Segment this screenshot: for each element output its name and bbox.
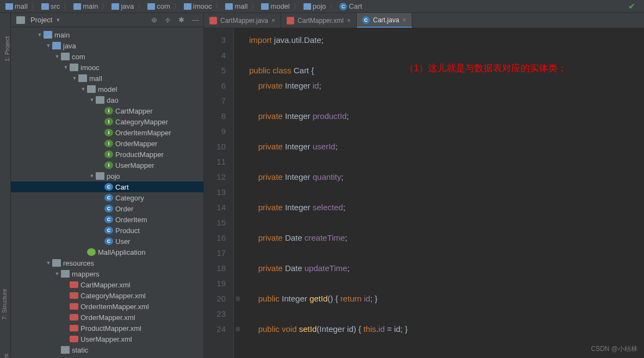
tree-row-static[interactable]: static <box>11 344 203 355</box>
tree-arrow-icon[interactable]: ▼ <box>46 260 51 266</box>
close-icon[interactable]: × <box>271 17 275 24</box>
tree-row-product[interactable]: CProduct <box>11 225 203 236</box>
code-line[interactable] <box>249 306 644 322</box>
tree-arrow-icon[interactable]: ▼ <box>54 54 60 59</box>
code-line[interactable]: private Integer quantity; <box>249 169 644 185</box>
tree-row-user[interactable]: CUser <box>11 236 203 247</box>
tree-row-main[interactable]: ▼main <box>11 29 203 40</box>
fold-handle[interactable] <box>234 48 242 63</box>
tree-row-model[interactable]: ▼model <box>11 84 203 95</box>
line-number[interactable]: 8 <box>204 109 226 124</box>
breadcrumb-item[interactable]: java <box>109 2 136 10</box>
fold-handle[interactable] <box>234 154 242 169</box>
tree-row-pojo[interactable]: ▼pojo <box>11 171 203 181</box>
tree-arrow-icon[interactable]: ▼ <box>46 43 51 48</box>
fold-handle[interactable] <box>234 124 242 139</box>
tree-arrow-icon[interactable]: ▼ <box>89 173 95 179</box>
breadcrumb-item[interactable]: mall <box>223 2 250 10</box>
breadcrumb-item[interactable]: pojo <box>301 2 329 10</box>
fold-handle[interactable] <box>234 230 242 246</box>
tree-row-ordermapper.xml[interactable]: OrderMapper.xml <box>11 312 203 323</box>
line-number[interactable]: 19 <box>204 276 226 291</box>
close-icon[interactable]: × <box>403 16 406 24</box>
code-line[interactable]: private Integer selected; <box>249 200 644 215</box>
tree-row-orderitemmapper.xml[interactable]: OrderItemMapper.xml <box>11 301 203 312</box>
tree-row-com[interactable]: ▼com <box>11 51 203 62</box>
build-status-icon[interactable]: ✔ <box>628 1 635 11</box>
line-gutter[interactable]: 345678910111213141516171819202324 <box>204 28 234 358</box>
tree-arrow-icon[interactable]: ▼ <box>37 32 42 37</box>
structure-tool-button[interactable]: 7: Structure <box>1 289 8 320</box>
line-number[interactable]: 5 <box>204 63 226 78</box>
line-number[interactable]: 11 <box>204 154 226 169</box>
tree-row-resources[interactable]: ▼resources <box>11 257 203 268</box>
tree-row-cartmapper.xml[interactable]: CartMapper.xml <box>11 279 203 290</box>
code-line[interactable] <box>249 215 644 230</box>
hide-icon[interactable]: — <box>192 16 199 24</box>
line-number[interactable]: 24 <box>204 322 226 337</box>
line-number[interactable]: 13 <box>204 185 226 200</box>
line-number[interactable]: 23 <box>204 306 226 322</box>
fold-handle[interactable] <box>234 63 242 78</box>
tree-arrow-icon[interactable]: ▼ <box>81 86 86 92</box>
line-number[interactable]: 3 <box>204 33 226 48</box>
fold-handle[interactable] <box>234 93 242 109</box>
tab-CartMapper.java[interactable]: CartMapper.java× <box>204 13 281 28</box>
fold-handle[interactable] <box>234 78 242 93</box>
code-line[interactable]: private Integer id; <box>249 78 644 93</box>
tree-arrow-icon[interactable]: ▼ <box>89 97 95 103</box>
line-number[interactable]: 14 <box>204 200 226 215</box>
code-line[interactable]: public void setId(Integer id) { this.id … <box>249 322 644 337</box>
tree-arrow-icon[interactable]: ▼ <box>54 271 60 277</box>
line-number[interactable]: 10 <box>204 139 226 154</box>
code-line[interactable]: private Date updateTime; <box>249 261 644 276</box>
line-number[interactable]: 9 <box>204 124 226 139</box>
fold-handle[interactable] <box>234 261 242 276</box>
fold-handle[interactable]: ⊞ <box>234 322 242 337</box>
code-line[interactable] <box>249 185 644 200</box>
breadcrumb-item[interactable]: mall <box>3 2 30 10</box>
tree-row-mallapplication[interactable]: MallApplication <box>11 247 203 257</box>
code-line[interactable]: public Integer getId() { return id; } <box>249 291 644 306</box>
panel-dropdown-icon[interactable]: ▼ <box>55 17 60 23</box>
tree-row-cart[interactable]: CCart <box>11 181 203 192</box>
line-number[interactable]: 18 <box>204 261 226 276</box>
tree-row-mall[interactable]: ▼mall <box>11 73 203 84</box>
code-line[interactable] <box>249 124 644 139</box>
code-line[interactable]: private Integer productId; <box>249 109 644 124</box>
tree-row-order[interactable]: COrder <box>11 203 203 214</box>
code-line[interactable] <box>249 154 644 169</box>
tree-row-ordermapper[interactable]: IOrderMapper <box>11 138 203 149</box>
code-line[interactable] <box>249 93 644 109</box>
tree-arrow-icon[interactable]: ▼ <box>63 65 69 70</box>
project-tool-button[interactable]: 1: Project <box>4 36 10 61</box>
fold-handle[interactable] <box>234 185 242 200</box>
close-icon[interactable]: × <box>347 17 351 24</box>
tree-row-category[interactable]: CCategory <box>11 192 203 203</box>
tree-row-orderitem[interactable]: COrderItem <box>11 214 203 225</box>
breadcrumb-item[interactable]: src <box>39 2 62 10</box>
tree-row-orderitemmapper[interactable]: IOrderItemMapper <box>11 127 203 138</box>
code-line[interactable]: private Date createTime; <box>249 230 644 246</box>
code-editor[interactable]: （1）这儿就是与数据表对应的实体类； import java.util.Date… <box>242 28 644 358</box>
line-number[interactable]: 17 <box>204 246 226 261</box>
tree-row-mappers[interactable]: ▼mappers <box>11 268 203 279</box>
fold-handle[interactable]: ⊞ <box>234 291 242 306</box>
tree-row-java[interactable]: ▼java <box>11 40 203 51</box>
tab-Cart.java[interactable]: CCart.java× <box>357 13 412 28</box>
fold-handle[interactable] <box>234 169 242 185</box>
line-number[interactable]: 6 <box>204 78 226 93</box>
breadcrumb-item[interactable]: com <box>145 2 172 10</box>
favorites-tool-button[interactable]: avorites <box>3 354 9 358</box>
tree-arrow-icon[interactable]: ▼ <box>72 76 77 81</box>
line-number[interactable]: 16 <box>204 230 226 246</box>
fold-handle[interactable] <box>234 200 242 215</box>
breadcrumb-item[interactable]: model <box>259 2 292 10</box>
line-number[interactable]: 12 <box>204 169 226 185</box>
tree-row-usermapper.xml[interactable]: UserMapper.xml <box>11 334 203 344</box>
expand-icon[interactable]: ≑ <box>165 16 171 24</box>
fold-handle[interactable] <box>234 33 242 48</box>
tab-CartMapper.xml[interactable]: CartMapper.xml× <box>281 13 357 28</box>
code-line[interactable]: private Integer userId; <box>249 139 644 154</box>
fold-column[interactable]: ⊞⊞ <box>234 28 242 358</box>
